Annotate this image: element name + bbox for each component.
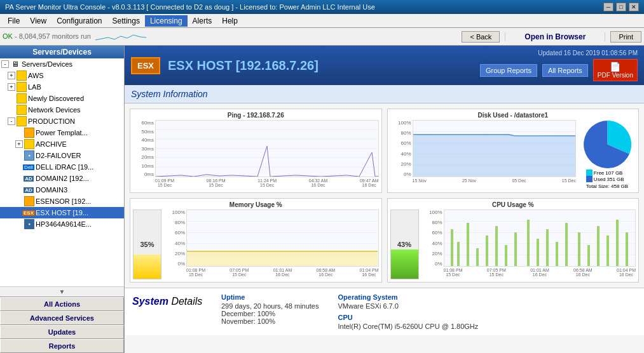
sidebar-item-newly-discovered[interactable]: Newly Discovered bbox=[0, 93, 124, 104]
group-reports-button[interactable]: Group Reports bbox=[480, 64, 537, 77]
window-controls[interactable]: ─ □ ✕ bbox=[603, 3, 639, 11]
mem-y-20: 20% bbox=[164, 251, 185, 256]
minimize-button[interactable]: ─ bbox=[603, 3, 613, 11]
svg-rect-19 bbox=[451, 229, 453, 266]
used-gb: 351 GB bbox=[607, 176, 624, 182]
sidebar-item-domain2[interactable]: AD DOMAIN2 [192... bbox=[0, 173, 124, 184]
november-value: November: 100% bbox=[221, 317, 319, 325]
expand-aws[interactable]: + bbox=[8, 72, 15, 79]
menu-alerts[interactable]: Alerts bbox=[188, 15, 217, 27]
system-info-title-text: System Information bbox=[131, 89, 208, 99]
system-word: System bbox=[132, 296, 168, 307]
cpu-detail: CPU Intel(R) Core(TM) i5-6260U CPU @ 1.8… bbox=[338, 314, 478, 330]
sidebar-item-d2-failover[interactable]: ▪ D2-FAILOVER bbox=[0, 150, 124, 161]
sidebar-label-esensor: ESENSOR [192... bbox=[36, 197, 91, 205]
cpu-y-20: 20% bbox=[421, 251, 442, 256]
disk-x-1: 15 Nov bbox=[413, 178, 427, 190]
advanced-services-button[interactable]: Advanced Services bbox=[0, 311, 124, 325]
expand-production[interactable]: - bbox=[8, 117, 15, 125]
svg-rect-21 bbox=[467, 223, 469, 266]
menu-configuration[interactable]: Configuration bbox=[51, 15, 107, 27]
folder-icon-lab bbox=[17, 82, 27, 92]
pdf-label: PDF Version bbox=[598, 72, 633, 79]
svg-rect-34 bbox=[597, 226, 599, 266]
expand-icon[interactable]: - bbox=[1, 60, 9, 68]
esx-updated: Updated 16 Dec 2019 01:08:56 PM bbox=[538, 50, 638, 57]
reports-button[interactable]: Reports bbox=[0, 339, 124, 353]
maximize-button[interactable]: □ bbox=[616, 3, 626, 11]
close-button[interactable]: ✕ bbox=[629, 3, 639, 11]
open-browser-button[interactable]: Open in Browser bbox=[505, 32, 605, 41]
sidebar-item-power-template[interactable]: Power Templat... bbox=[0, 127, 124, 138]
sidebar-item-esx-host[interactable]: ESX ESX HOST [19... bbox=[0, 207, 124, 218]
updates-button[interactable]: Updates bbox=[0, 325, 124, 339]
mem-y-100: 100% bbox=[164, 210, 185, 215]
folder-icon-network bbox=[17, 105, 27, 115]
sidebar-label-esx-host: ESX HOST [19... bbox=[36, 209, 88, 216]
used-label: Used bbox=[594, 176, 606, 182]
sidebar-label-dell-idrac: DELL iDRAC [19... bbox=[36, 163, 93, 171]
ad-icon-domain3: AD bbox=[24, 185, 34, 195]
sidebar-item-network-devices[interactable]: Network Devices bbox=[0, 104, 124, 116]
svg-rect-32 bbox=[578, 232, 580, 266]
cpu-y-100: 100% bbox=[421, 210, 442, 215]
free-gb: 107 GB bbox=[605, 170, 622, 176]
cpu-x-labels: 01:08 PM15 Dec 07:05 PM15 Dec 01:01 AM16… bbox=[444, 267, 636, 279]
cpu-label: CPU bbox=[338, 314, 478, 321]
ping-y-60: 60ms bbox=[133, 120, 154, 126]
print-button[interactable]: Print bbox=[610, 31, 641, 43]
menu-licensing[interactable]: Licensing bbox=[145, 15, 188, 27]
os-label: Operating System bbox=[338, 293, 478, 301]
all-actions-button[interactable]: All Actions bbox=[0, 297, 124, 311]
svg-rect-29 bbox=[546, 229, 549, 266]
cpu-x-4: 06:58 AM16 Dec bbox=[573, 268, 593, 279]
sidebar-item-esensor[interactable]: ESENSOR [192... bbox=[0, 196, 124, 207]
folder-icon-aws bbox=[17, 70, 27, 81]
svg-rect-33 bbox=[587, 245, 590, 266]
mem-x-2: 07:05 PM15 Dec bbox=[230, 268, 249, 279]
ping-chart-inner bbox=[155, 120, 379, 177]
mem-x-1: 01:08 PM15 Dec bbox=[186, 268, 205, 279]
sidebar-label-network-devices: Network Devices bbox=[28, 106, 81, 114]
cpu-x-3: 01:01 AM16 Dec bbox=[530, 268, 549, 279]
menu-help[interactable]: Help bbox=[217, 15, 243, 27]
svg-rect-30 bbox=[556, 242, 558, 266]
cpu-x-2: 07:05 PM15 Dec bbox=[487, 268, 506, 279]
details-word: Details bbox=[171, 296, 202, 307]
svg-rect-25 bbox=[505, 245, 507, 266]
sidebar-item-archive[interactable]: + ARCHIVE bbox=[0, 138, 124, 150]
total-size: Total Size: 458 GB bbox=[586, 183, 628, 189]
scroll-arrow[interactable]: ▼ bbox=[0, 286, 124, 296]
expand-lab[interactable]: + bbox=[8, 83, 15, 91]
ping-y-labels: 60ms 50ms 40ms 30ms 20ms 10ms 0ms bbox=[133, 120, 155, 177]
sidebar-item-production[interactable]: - PRODUCTION bbox=[0, 116, 124, 127]
cpu-chart: CPU Usage % 43% 100% 80% 60% 40% bbox=[387, 198, 640, 283]
sidebar-item-servers-devices[interactable]: - 🖥 Servers/Devices bbox=[0, 58, 124, 70]
all-reports-button[interactable]: All Reports bbox=[542, 64, 588, 77]
svg-rect-35 bbox=[606, 236, 609, 266]
svg-rect-31 bbox=[565, 223, 568, 266]
cpu-chart-title: CPU Usage % bbox=[390, 201, 636, 208]
expand-archive[interactable]: + bbox=[15, 140, 23, 148]
folder-icon-archive bbox=[24, 139, 34, 149]
svg-rect-36 bbox=[616, 220, 619, 266]
monitor-status: OK - 8,084,957 monitors run bbox=[3, 31, 459, 43]
sidebar-item-lab[interactable]: + LAB bbox=[0, 81, 124, 93]
menu-view[interactable]: View bbox=[25, 15, 51, 27]
back-button[interactable]: < Back bbox=[462, 31, 500, 43]
cpu-svg bbox=[444, 210, 636, 266]
sidebar-label-domain2: DOMAIN2 [192... bbox=[36, 175, 89, 182]
toolbar: OK - 8,084,957 monitors run < Back Open … bbox=[0, 28, 644, 46]
menu-file[interactable]: File bbox=[3, 15, 25, 27]
menu-settings[interactable]: Settings bbox=[107, 15, 145, 27]
server-icon-d2-failover: ▪ bbox=[24, 150, 34, 161]
disk-y-20: 20% bbox=[390, 161, 411, 167]
sidebar-item-aws[interactable]: + AWS bbox=[0, 70, 124, 81]
pdf-button[interactable]: 📄 PDF Version bbox=[593, 59, 638, 81]
disk-y-60: 60% bbox=[390, 140, 411, 146]
sidebar-item-hp3464[interactable]: ▪ HP3464A9614E... bbox=[0, 218, 124, 230]
disk-x-2: 25 Nov bbox=[462, 178, 476, 190]
sidebar-item-domain3[interactable]: AD DOMAIN3 bbox=[0, 184, 124, 196]
sidebar-item-dell-idrac[interactable]: Dell DELL iDRAC [19... bbox=[0, 161, 124, 173]
svg-rect-23 bbox=[486, 236, 488, 266]
